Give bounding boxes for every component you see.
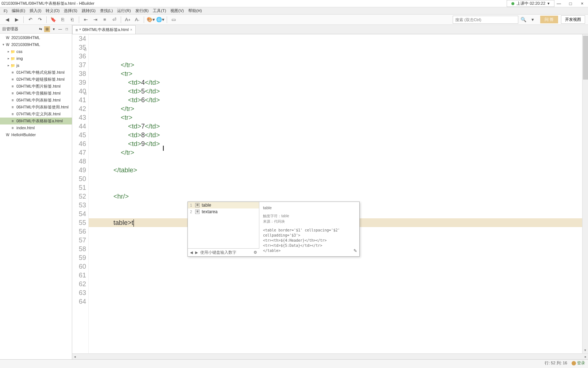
status-chevron-icon[interactable]: ▾	[548, 1, 550, 6]
scroll-left-icon[interactable]: ◂	[72, 355, 77, 359]
code-line[interactable]: <td>8</td>	[89, 131, 582, 139]
close-button[interactable]: ×	[578, 1, 587, 6]
code-line[interactable]: </tr>	[89, 104, 582, 113]
code-line[interactable]	[89, 157, 582, 166]
menu-goto[interactable]: 跳转(G)	[80, 8, 98, 14]
horizontal-scrollbar[interactable]: ◂ ▸	[72, 353, 588, 359]
autocomplete-settings-icon[interactable]: ⚙	[254, 250, 257, 255]
tree-item[interactable]: ≡index.html	[0, 124, 72, 131]
login-link[interactable]: 登录	[572, 360, 585, 366]
sidebar-max-icon[interactable]: □	[64, 26, 70, 32]
autocomplete-item[interactable]: 1⊞table	[188, 202, 259, 208]
code-line[interactable]: <tr>	[89, 113, 582, 122]
editor-tab[interactable]: ≡ *08HTML中表格标签a.html ×	[72, 25, 136, 34]
code-line[interactable]	[89, 183, 582, 192]
tree-item[interactable]: ≡02HTML中超链接标签.html	[0, 76, 72, 83]
expand-icon[interactable]: ▸	[7, 62, 10, 69]
code-line[interactable]	[89, 288, 582, 297]
search-icon[interactable]: 🔍	[519, 16, 528, 24]
vertical-scrollbar[interactable]: ▴ ▾	[582, 34, 588, 353]
back-button[interactable]: ◀	[3, 16, 12, 24]
code-line[interactable]: </table>	[89, 166, 582, 175]
code-line[interactable]: <tr>	[89, 69, 582, 78]
menu-insert[interactable]: 插入(I)	[27, 8, 43, 14]
autocomplete-item[interactable]: 2⊞textarea	[188, 208, 259, 215]
menu-file[interactable]: F)	[1, 9, 9, 13]
new-file-button[interactable]: ⎘	[58, 16, 67, 24]
browser-button[interactable]: 🌐▾	[156, 16, 165, 24]
font-decrease-button[interactable]: A-	[133, 16, 142, 24]
code-line[interactable]: <td>7</td>	[89, 122, 582, 131]
menu-escape[interactable]: 转义(O)	[43, 8, 62, 14]
code-line[interactable]: </tr>	[89, 61, 582, 69]
tree-item[interactable]: ▸📁js	[0, 62, 72, 69]
format-button[interactable]: ≡	[100, 16, 109, 24]
sidebar-menu-icon[interactable]: ▾	[51, 26, 57, 32]
bookmark-icon[interactable]: 🔖	[49, 16, 58, 24]
expand-icon[interactable]: ▸	[7, 49, 10, 55]
code-line[interactable]	[89, 280, 582, 288]
tree-item[interactable]: ≡04HTML中音频标签.html	[0, 90, 72, 97]
tree-item[interactable]: WHelloHBuilder	[0, 131, 72, 138]
tree-item[interactable]: ▾W20210309HTML	[0, 41, 72, 48]
hscroll-track[interactable]	[77, 354, 583, 359]
menu-find[interactable]: 查找(L)	[98, 8, 115, 14]
menu-select[interactable]: 选择(S)	[62, 8, 80, 14]
code-line[interactable]	[89, 262, 582, 271]
code-line[interactable]	[89, 315, 582, 323]
minimize-button[interactable]: —	[554, 1, 563, 6]
scroll-thumb[interactable]	[583, 36, 588, 80]
sidebar-min-icon[interactable]: —	[57, 26, 63, 32]
menu-run[interactable]: 运行(R)	[115, 8, 133, 14]
undo-button[interactable]: ↶	[26, 16, 35, 24]
tree-item[interactable]: W20210308HTML	[0, 34, 72, 41]
redo-button[interactable]: ↷	[35, 16, 44, 24]
menu-view[interactable]: 视图(V)	[168, 8, 186, 14]
search-dropdown-icon[interactable]: ▾	[529, 16, 537, 24]
menu-help[interactable]: 帮助(H)	[186, 8, 204, 14]
autocomplete-next-icon[interactable]: ▶	[195, 250, 198, 254]
font-increase-button[interactable]: A+	[123, 16, 132, 24]
code-line[interactable]: <td>5</td>	[89, 87, 582, 96]
search-input[interactable]	[453, 16, 518, 24]
autocomplete-prev-icon[interactable]: ◀	[190, 250, 193, 254]
tree-item[interactable]: ▸📁css	[0, 48, 72, 55]
code-line[interactable]	[89, 306, 582, 315]
expand-icon[interactable]: ▾	[1, 42, 5, 48]
sidebar-toggle-icon[interactable]: ⊞	[44, 26, 50, 32]
preview-button[interactable]: ▭	[169, 16, 178, 24]
code-line[interactable]: <td>6</td>	[89, 96, 582, 104]
indent-left-button[interactable]: ⇤	[81, 16, 90, 24]
open-button[interactable]: ⎗	[68, 16, 77, 24]
tree-item[interactable]: ≡06HTML中列表标签使用.html	[0, 104, 72, 111]
maximize-button[interactable]: □	[566, 1, 575, 6]
palette-button[interactable]: 🎨▾	[146, 16, 155, 24]
tree-item[interactable]: ≡03HTML中图片标签.html	[0, 83, 72, 90]
ac-edit-icon[interactable]: ✎	[353, 248, 357, 254]
tree-item[interactable]: ▸📁img	[0, 55, 72, 62]
scroll-down-icon[interactable]: ▾	[583, 348, 588, 353]
code-area[interactable]: I </tr> <tr> <td>4</td> <td>5</td> <td>6…	[89, 34, 582, 353]
sidebar-link-icon[interactable]: ⇆	[38, 26, 43, 32]
code-line[interactable]	[89, 297, 582, 306]
scroll-right-icon[interactable]: ▸	[583, 355, 588, 359]
code-line[interactable]: <hr/>	[89, 192, 582, 201]
wrap-button[interactable]: ⏎	[110, 16, 119, 24]
code-line[interactable]	[89, 271, 582, 280]
tab-close-icon[interactable]: ×	[130, 28, 132, 32]
code-line[interactable]: <td>4</td>	[89, 78, 582, 87]
devview-button[interactable]: 开发视图	[561, 15, 585, 24]
editor[interactable]: 3435⊟3637383940⊟414243444546474849505152…	[72, 34, 588, 353]
expand-icon[interactable]: ▸	[7, 55, 10, 62]
tree-item[interactable]: ≡05HTML中列表标签.html	[0, 97, 72, 104]
menu-publish[interactable]: 发行(B)	[133, 8, 151, 14]
tree-item[interactable]: ≡07HTML中定义列表.html	[0, 111, 72, 118]
qa-button[interactable]: 问 答	[540, 16, 558, 23]
tree-item[interactable]: ≡08HTML中表格标签a.html	[0, 118, 72, 124]
code-line[interactable]	[89, 323, 582, 332]
code-line[interactable]	[89, 175, 582, 183]
forward-button[interactable]: ▶	[12, 16, 21, 24]
tree-item[interactable]: ≡01HTML中格式化标签.html	[0, 69, 72, 76]
indent-right-button[interactable]: ⇥	[91, 16, 100, 24]
menu-edit[interactable]: 编辑(E)	[9, 8, 27, 14]
